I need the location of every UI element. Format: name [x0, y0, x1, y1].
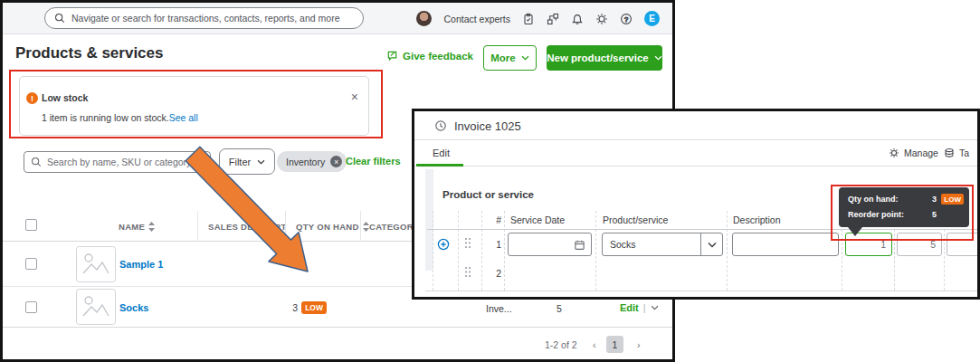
global-topbar: Contact experts ? E: [3, 3, 672, 34]
grid-header-description: Description: [733, 214, 781, 225]
global-search[interactable]: [44, 7, 364, 29]
chevron-down-icon: [708, 242, 717, 248]
user-avatar[interactable]: E: [644, 11, 660, 26]
product-service-select[interactable]: Socks: [602, 233, 723, 256]
column-divider: [197, 211, 198, 242]
chip-label: Inventory: [286, 157, 325, 167]
action-divider: |: [643, 302, 646, 313]
calendar-icon[interactable]: [574, 239, 585, 251]
section-title: Product or service: [442, 189, 534, 200]
column-header-name[interactable]: NAME: [119, 222, 155, 232]
clipboard-icon[interactable]: [522, 13, 535, 25]
low-stock-badge: LOW: [301, 301, 327, 314]
history-icon[interactable]: [434, 119, 447, 132]
global-search-input[interactable]: [71, 13, 354, 24]
grid-divider: [727, 211, 728, 291]
more-label: More: [490, 52, 515, 63]
chevron-down-icon: [654, 55, 662, 61]
grid-bottom-rule: [425, 291, 977, 291]
table-search-input[interactable]: [47, 157, 204, 167]
add-line-icon[interactable]: [437, 238, 450, 251]
chevron-down-icon: [257, 159, 265, 165]
grid-header-num: #: [492, 214, 501, 225]
edit-link[interactable]: Edit: [620, 302, 639, 313]
pagination-prev[interactable]: ‹: [593, 339, 596, 350]
select-all-checkbox[interactable]: [25, 219, 37, 231]
select-chevron[interactable]: [700, 233, 722, 255]
service-date-input[interactable]: [508, 233, 592, 256]
pagination-next[interactable]: ›: [637, 339, 641, 350]
annotation-box-low-stock: [9, 70, 383, 138]
more-button[interactable]: More: [483, 45, 537, 71]
help-icon[interactable]: ?: [620, 13, 633, 25]
tour-label: Ta: [959, 148, 969, 158]
annotation-box-tooltip: [831, 185, 974, 241]
give-feedback-link[interactable]: Give feedback: [386, 50, 473, 62]
pagination-page-1[interactable]: 1: [606, 336, 623, 353]
inventory-filter-chip[interactable]: Inventory ×: [277, 151, 347, 172]
grid-divider: [433, 211, 433, 291]
bell-icon[interactable]: [571, 13, 584, 25]
chevron-down-icon: [521, 55, 529, 61]
layers-icon: [944, 148, 955, 158]
product-name-link[interactable]: Sample 1: [119, 259, 163, 270]
pagination-range: 1-2 of 2: [545, 339, 577, 350]
remove-filter-icon[interactable]: ×: [330, 156, 342, 167]
filter-button[interactable]: Filter: [219, 148, 275, 175]
grid-divider: [458, 211, 459, 291]
row-actions: Edit |: [620, 302, 659, 313]
drag-handle-icon[interactable]: [464, 266, 471, 278]
svg-text:?: ?: [624, 14, 628, 23]
column-header-qty-on-hand[interactable]: QTY ON HAND: [296, 222, 369, 232]
chevron-down-icon[interactable]: [651, 305, 659, 310]
tour-button[interactable]: Ta: [944, 148, 969, 158]
org-chart-icon[interactable]: [547, 13, 559, 25]
product-name-link[interactable]: Socks: [119, 302, 148, 313]
gear-icon[interactable]: [595, 13, 608, 25]
gear-icon: [889, 148, 899, 158]
product-image-placeholder: [76, 246, 116, 282]
grid-divider: [595, 211, 596, 291]
give-feedback-label: Give feedback: [403, 51, 473, 62]
qty-on-hand-header-label: QTY ON HAND: [296, 222, 359, 232]
sort-icon: [148, 222, 155, 232]
grid-header-service-date: Service Date: [510, 214, 565, 225]
active-tab-underline: [416, 164, 463, 167]
manage-label: Manage: [904, 148, 938, 158]
name-header-label: NAME: [119, 222, 145, 232]
invoice-title-bar: Invoice 1025: [414, 111, 977, 140]
new-product-service-label: New product/service: [547, 52, 648, 63]
reorder-point-cell: 5: [557, 303, 562, 314]
grid-divider: [504, 211, 505, 291]
page-title: Products & services: [15, 44, 163, 62]
clear-filters-link[interactable]: Clear filters: [346, 156, 401, 167]
new-product-service-button[interactable]: New product/service: [547, 45, 662, 71]
product-image-placeholder: [76, 289, 116, 325]
sales-description-header-label: SALES DESCRIPTION: [208, 222, 286, 232]
selected-product: Socks: [603, 239, 700, 250]
sort-icon: [363, 222, 369, 232]
tab-edit[interactable]: Edit: [433, 148, 450, 158]
line-number: 2: [487, 268, 501, 279]
column-header-sales-description[interactable]: SALES DESCRIPTION: [208, 222, 286, 232]
qty-value: 3: [292, 302, 298, 313]
grid-divider: [481, 211, 482, 291]
table-search[interactable]: [24, 151, 211, 173]
column-divider: [360, 211, 361, 242]
contact-experts-link[interactable]: Contact experts: [443, 14, 510, 24]
search-icon: [31, 157, 42, 167]
column-divider: [285, 211, 286, 242]
row-checkbox[interactable]: [25, 258, 37, 270]
description-input[interactable]: [732, 233, 839, 256]
drag-handle-icon[interactable]: [464, 237, 471, 249]
line-number: 1: [487, 239, 501, 250]
row-checkbox[interactable]: [25, 301, 37, 313]
invoice-title: Invoice 1025: [454, 119, 521, 133]
expert-avatar: [416, 11, 432, 26]
manage-button[interactable]: Manage: [889, 148, 938, 158]
qty-on-hand-cell: 3 LOW: [274, 301, 327, 314]
filter-label: Filter: [229, 157, 251, 167]
search-icon: [54, 13, 65, 24]
feedback-icon: [386, 50, 398, 62]
type-cell: Inve...: [486, 303, 512, 314]
